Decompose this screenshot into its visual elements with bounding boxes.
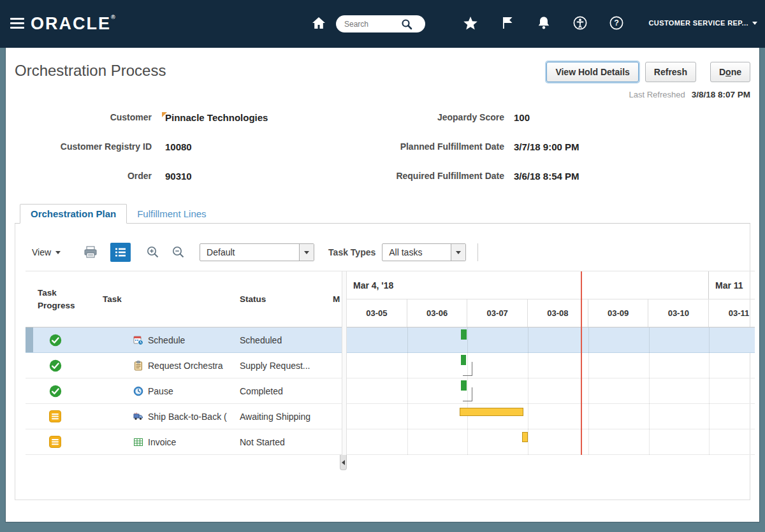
table-row[interactable]: Request OrchestraSupply Request... bbox=[26, 353, 342, 378]
gantt-day-label: 03-06 bbox=[407, 299, 468, 327]
last-refreshed-value: 3/8/18 8:07 PM bbox=[692, 90, 750, 99]
ship-icon bbox=[133, 412, 143, 422]
task-name: Ship Back-to-Back ( bbox=[148, 412, 227, 422]
pause-icon bbox=[133, 386, 143, 396]
table-row[interactable]: ScheduleScheduled bbox=[26, 327, 342, 353]
table-row[interactable]: Ship Back-to-Back (Awaiting Shipping bbox=[26, 404, 342, 429]
view-preset-value: Default bbox=[200, 244, 299, 261]
gantt-bar[interactable] bbox=[522, 432, 528, 442]
task-complete-icon bbox=[49, 334, 80, 347]
view-preset-select[interactable]: Default bbox=[200, 243, 314, 261]
row-select-strip[interactable] bbox=[26, 327, 33, 352]
splitter[interactable] bbox=[342, 271, 347, 455]
search-box bbox=[336, 15, 425, 32]
row-select-strip[interactable] bbox=[26, 378, 33, 403]
gantt-row[interactable] bbox=[347, 327, 755, 353]
gantt-day-label: 03-10 bbox=[648, 299, 709, 327]
zoom-in-button[interactable] bbox=[146, 245, 160, 259]
task-name: Pause bbox=[148, 386, 173, 396]
toolbar-separator bbox=[477, 243, 478, 261]
gantt-row[interactable] bbox=[347, 404, 755, 429]
task-name: Invoice bbox=[148, 437, 176, 447]
customer-value: Pinnacle Technologies bbox=[165, 112, 268, 123]
topbar: ORACLE® ? CUSTOMER SERVICE REP... bbox=[0, 0, 765, 48]
row-select-strip[interactable] bbox=[26, 353, 33, 378]
task-status: Awaiting Shipping bbox=[235, 412, 329, 422]
chevron-down-icon bbox=[752, 22, 757, 25]
view-hold-details-button[interactable]: View Hold Details bbox=[546, 62, 638, 82]
column-header-status[interactable]: Status bbox=[235, 294, 329, 304]
task-table-body: ScheduleScheduledRequest OrchestraSupply… bbox=[26, 327, 342, 455]
schedule-icon bbox=[133, 335, 143, 345]
favorites-icon[interactable] bbox=[463, 16, 478, 30]
page-title: Orchestration Process bbox=[15, 62, 166, 80]
task-status: Not Started bbox=[235, 437, 329, 447]
required-fulfillment-date-label: Required Fulfillment Date bbox=[319, 171, 504, 181]
gantt-bar[interactable] bbox=[460, 408, 523, 416]
row-select-strip[interactable] bbox=[26, 404, 33, 429]
last-refreshed-label: Last Refreshed bbox=[629, 90, 685, 99]
gantt-row[interactable] bbox=[347, 378, 755, 404]
user-menu-label: CUSTOMER SERVICE REP... bbox=[648, 19, 748, 27]
list-icon bbox=[115, 247, 126, 257]
row-select-strip[interactable] bbox=[26, 429, 33, 454]
gantt-day-label: 03-08 bbox=[528, 299, 588, 327]
task-types-value: All tasks bbox=[382, 244, 451, 261]
done-button[interactable]: Done bbox=[710, 62, 750, 82]
tab-fulfillment-lines[interactable]: Fulfillment Lines bbox=[127, 204, 216, 223]
oracle-logo: ORACLE® bbox=[31, 14, 117, 34]
gantt-gridline bbox=[588, 327, 589, 455]
home-icon[interactable] bbox=[312, 17, 326, 32]
search-input[interactable] bbox=[336, 20, 401, 29]
planned-fulfillment-date-label: Planned Fulfillment Date bbox=[319, 141, 504, 152]
required-fulfillment-date-value: 3/6/18 8:54 PM bbox=[514, 171, 579, 182]
refresh-button[interactable]: Refresh bbox=[645, 62, 696, 82]
view-menu-button[interactable]: View bbox=[32, 247, 61, 257]
zoom-out-button[interactable] bbox=[171, 245, 186, 259]
task-name: Schedule bbox=[148, 335, 185, 345]
column-header-task[interactable]: Task bbox=[97, 294, 235, 304]
gantt-bar[interactable] bbox=[461, 380, 467, 391]
gantt-day-row: 03-0503-0603-0703-0803-0903-1003-11 bbox=[347, 299, 755, 327]
task-status: Supply Request... bbox=[235, 361, 329, 371]
gantt-day-label: 03-07 bbox=[467, 299, 528, 327]
gantt-bar[interactable] bbox=[461, 355, 466, 365]
task-table-header: Task Progress Task Status M bbox=[26, 271, 342, 327]
gantt-row[interactable] bbox=[347, 353, 755, 378]
customer-registry-id-label: Customer Registry ID bbox=[15, 141, 152, 152]
task-types-select[interactable]: All tasks bbox=[382, 243, 466, 261]
jeopardy-score-label: Jeopardy Score bbox=[319, 112, 504, 122]
task-types-label: Task Types bbox=[328, 247, 375, 257]
customer-label: Customer bbox=[15, 112, 152, 122]
tab-bar: Orchestration Plan Fulfillment Lines bbox=[15, 204, 750, 224]
column-header-milestone[interactable]: M bbox=[329, 294, 342, 304]
table-row[interactable]: PauseCompleted bbox=[26, 378, 342, 404]
order-value: 90310 bbox=[165, 171, 192, 182]
svg-text:?: ? bbox=[614, 18, 619, 27]
order-label: Order bbox=[15, 171, 152, 181]
table-row[interactable]: InvoiceNot Started bbox=[26, 429, 342, 455]
gantt-row[interactable] bbox=[347, 429, 755, 455]
print-button[interactable] bbox=[84, 246, 98, 259]
help-icon[interactable]: ? bbox=[609, 16, 623, 30]
flag-icon[interactable] bbox=[500, 16, 514, 30]
user-menu[interactable]: CUSTOMER SERVICE REP... bbox=[648, 19, 757, 27]
list-view-toggle-button[interactable] bbox=[110, 243, 131, 262]
notifications-icon[interactable] bbox=[537, 16, 551, 30]
task-complete-icon bbox=[49, 385, 80, 398]
tab-orchestration-plan[interactable]: Orchestration Plan bbox=[20, 204, 127, 224]
accessibility-icon[interactable] bbox=[573, 16, 587, 30]
splitter-collapse-button[interactable] bbox=[340, 455, 347, 470]
current-date-line bbox=[581, 271, 582, 455]
menu-icon[interactable] bbox=[10, 18, 24, 31]
context-flag-icon[interactable] bbox=[162, 112, 167, 117]
gantt-bar[interactable] bbox=[461, 329, 467, 340]
task-name: Request Orchestra bbox=[148, 361, 223, 371]
column-header-task-progress[interactable]: Task Progress bbox=[33, 287, 97, 312]
gantt-gridline bbox=[528, 327, 528, 455]
gantt-gridline bbox=[407, 327, 408, 455]
gantt-day-label: 03-09 bbox=[588, 299, 649, 327]
task-pending-icon bbox=[49, 436, 80, 448]
gantt-week-label: Mar 4, '18 bbox=[347, 271, 709, 299]
search-icon[interactable] bbox=[401, 18, 412, 30]
